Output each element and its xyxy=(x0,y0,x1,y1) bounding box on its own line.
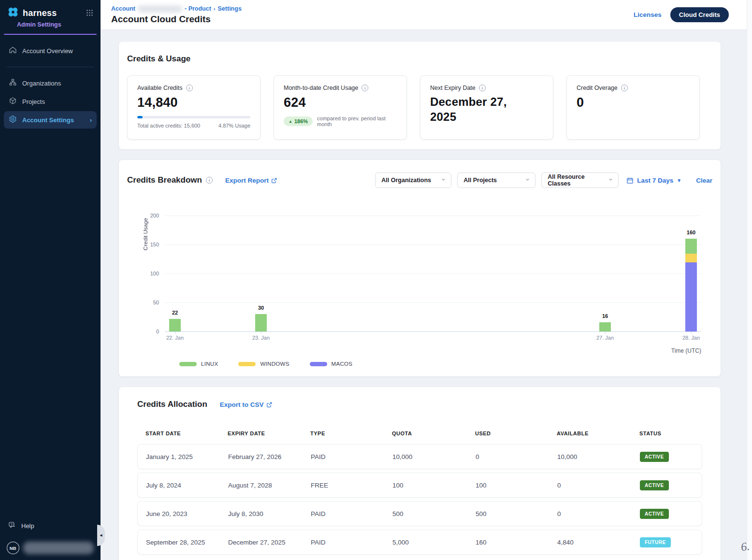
table-body: January 1, 2025 February 27, 2026 PAID 1… xyxy=(137,444,702,555)
info-icon[interactable]: i xyxy=(206,177,213,184)
chart-bar[interactable] xyxy=(599,322,611,331)
info-icon[interactable]: i xyxy=(186,85,193,91)
clear-filters-link[interactable]: Clear xyxy=(696,177,712,184)
redacted-account-name xyxy=(138,5,182,13)
bar-segment-linux xyxy=(169,319,181,331)
info-icon[interactable]: i xyxy=(362,85,368,91)
credits-allocation-title: Credits Allocation xyxy=(137,400,207,409)
brand-name: harness xyxy=(23,8,57,18)
x-tick-label: 28. Jan xyxy=(677,335,706,341)
x-tick xyxy=(691,331,692,334)
table-row[interactable]: July 8, 2024 August 7, 2028 FREE 100 100… xyxy=(137,473,702,498)
apps-grid-icon[interactable] xyxy=(86,9,94,19)
gridline xyxy=(165,215,701,216)
stat-label: Month-to-date Credit Usage xyxy=(284,85,358,91)
chart-bar[interactable] xyxy=(169,319,181,331)
y-tick-label: 50 xyxy=(153,300,159,305)
info-icon[interactable]: i xyxy=(621,85,628,91)
available-credits-value: 14,840 xyxy=(137,95,250,110)
legend-item-macos[interactable]: MACOS xyxy=(310,361,353,367)
sidebar-item-label: Organizations xyxy=(22,80,61,87)
bar-value-label: 22 xyxy=(164,310,186,316)
collapse-arrow-icon: ◀ xyxy=(100,533,102,537)
breadcrumb[interactable]: Account - Product › Settings xyxy=(111,5,242,13)
cloud-credits-button[interactable]: Cloud Credits xyxy=(670,7,729,22)
credits-chart: Credit Usage 05010015020022301616022. Ja… xyxy=(165,216,701,367)
breadcrumb-account[interactable]: Account xyxy=(111,5,135,12)
chevron-right-icon: › xyxy=(90,116,92,124)
sidebar-item-projects[interactable]: Projects xyxy=(4,93,97,110)
breadcrumb-product[interactable]: - Product xyxy=(185,5,211,12)
x-tick xyxy=(175,331,175,334)
date-range-filter[interactable]: Last 7 Days ▼ xyxy=(626,177,681,184)
page-title: Account Cloud Credits xyxy=(111,14,242,25)
legend-item-linux[interactable]: LINUX xyxy=(179,361,218,367)
next-expiry-value: December 27, 2025 xyxy=(430,94,522,124)
chart-plot: Credit Usage 05010015020022301616022. Ja… xyxy=(165,216,701,332)
resource-classes-filter[interactable]: All Resource Classes xyxy=(541,172,619,188)
scrollbar-track[interactable] xyxy=(747,0,752,560)
table-header: START DATE EXPIRY DATE TYPE QUOTA USED A… xyxy=(137,431,702,436)
help-button[interactable]: ? Help xyxy=(7,517,94,535)
y-tick-label: 0 xyxy=(156,329,159,334)
y-tick-label: 150 xyxy=(150,242,159,247)
x-axis-title: Time (UTC) xyxy=(165,347,701,354)
sidebar-item-label: Projects xyxy=(22,98,45,105)
export-report-link[interactable]: Export Report xyxy=(225,177,277,184)
status-badge: ACTIVE xyxy=(640,480,669,490)
table-row[interactable]: September 28, 2025 December 27, 2025 PAI… xyxy=(137,530,702,555)
credit-overage-card: Credit Overage i 0 xyxy=(566,75,700,140)
sidebar-item-organizations[interactable]: Organizations xyxy=(4,74,97,92)
mtd-usage-card: Month-to-date Credit Usage i 624 ▲186% c… xyxy=(274,75,407,140)
status-badge: ACTIVE xyxy=(640,452,669,462)
legend-item-windows[interactable]: WINDOWS xyxy=(238,361,289,367)
chart-bar[interactable] xyxy=(685,239,697,331)
chevron-down-icon xyxy=(525,177,530,184)
table-row[interactable]: January 1, 2025 February 27, 2026 PAID 1… xyxy=(137,444,702,469)
total-active-credits: Total active credits: 15,600 xyxy=(137,123,200,129)
next-expiry-card: Next Expiry Date i December 27, 2025 xyxy=(420,75,553,140)
licenses-link[interactable]: Licenses xyxy=(634,11,662,18)
status-badge: FUTURE xyxy=(640,537,671,547)
y-axis-title: Credit Usage xyxy=(143,218,148,250)
x-tick-label: 27. Jan xyxy=(591,335,620,341)
delta-badge: ▲186% xyxy=(284,116,313,126)
brand-underline xyxy=(4,34,97,35)
projects-filter[interactable]: All Projects xyxy=(457,172,535,188)
col-type: TYPE xyxy=(310,431,392,436)
col-status: STATUS xyxy=(639,431,702,436)
credits-progress-bar xyxy=(137,116,250,118)
chevron-down-icon xyxy=(441,177,446,184)
cube-icon xyxy=(9,97,17,106)
gridline xyxy=(165,302,701,303)
organizations-filter[interactable]: All Organizations xyxy=(375,172,451,188)
stat-label: Available Credits xyxy=(137,85,183,91)
bar-value-label: 160 xyxy=(680,230,702,235)
gear-icon xyxy=(9,115,17,125)
admin-settings-label: Admin Settings xyxy=(0,20,101,28)
content: Credits & Usage Available Credits i 14,8… xyxy=(101,30,752,560)
sidebar-item-account-settings[interactable]: Account Settings › xyxy=(4,111,97,129)
y-tick-label: 200 xyxy=(150,213,159,218)
credit-overage-value: 0 xyxy=(577,95,690,110)
user-row[interactable]: NB xyxy=(7,535,94,555)
chart-bar[interactable] xyxy=(255,314,267,331)
home-icon xyxy=(9,46,17,56)
help-icon: ? xyxy=(8,521,16,531)
svg-text:?: ? xyxy=(11,523,13,526)
external-link-icon xyxy=(271,177,277,184)
sidebar-item-account-overview[interactable]: Account Overview xyxy=(4,42,97,59)
table-row[interactable]: June 20, 2023 July 8, 2030 PAID 500 500 … xyxy=(137,501,702,526)
sidebar-bottom: ? Help NB xyxy=(0,517,101,560)
breadcrumb-separator: › xyxy=(214,6,216,12)
export-csv-link[interactable]: Export to CSV xyxy=(220,401,273,408)
avatar[interactable]: NB xyxy=(7,542,19,554)
bar-segment-linux xyxy=(255,314,267,331)
x-tick-label: 22. Jan xyxy=(160,335,189,341)
breadcrumb-settings[interactable]: Settings xyxy=(218,5,242,12)
bar-segment-macos xyxy=(685,262,697,331)
main: Account - Product › Settings Account Clo… xyxy=(101,0,752,560)
x-tick xyxy=(261,331,261,334)
info-icon[interactable]: i xyxy=(479,85,486,91)
col-start-date: START DATE xyxy=(145,431,228,436)
